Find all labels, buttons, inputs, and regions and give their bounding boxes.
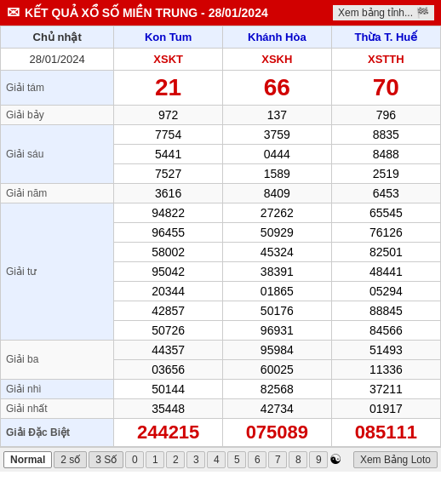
giai-db-label: Giải Đặc Biệt bbox=[1, 418, 114, 446]
flag-icon: 🏁 bbox=[416, 7, 429, 19]
giai-nhat-label: Giải nhất bbox=[1, 398, 114, 418]
giai-bay-v1: 972 bbox=[114, 105, 223, 124]
giai-tu-r1-v2: 27262 bbox=[222, 203, 331, 222]
digit-0-button[interactable]: 0 bbox=[125, 451, 144, 468]
giai-tu-r3-v3: 82501 bbox=[331, 242, 440, 261]
sub2-cell: XSKH bbox=[222, 49, 331, 71]
normal-button[interactable]: Normal bbox=[3, 451, 52, 468]
giai-nam-v3: 6453 bbox=[331, 183, 440, 203]
giai-ba-r1-v3: 51493 bbox=[331, 340, 440, 359]
giai-sau-r1-v1: 7754 bbox=[114, 124, 223, 144]
result-table: Chủ nhật Kon Tum Khánh Hòa Thừa T. Huế 2… bbox=[0, 26, 441, 447]
giai-tu-r6-v2: 50176 bbox=[222, 301, 331, 320]
sub3-cell: XSTTH bbox=[331, 49, 440, 71]
giai-ba-label: Giải ba bbox=[1, 340, 114, 379]
giai-sau-r1-v2: 3759 bbox=[222, 124, 331, 144]
giai-ba-r1-v2: 95984 bbox=[222, 340, 331, 359]
header-title: KẾT QUẢ XỔ SỐ MIỀN TRUNG - 28/01/2024 bbox=[25, 6, 268, 20]
digit-5-button[interactable]: 5 bbox=[227, 451, 246, 468]
xem-bang-loto-button[interactable]: Xem Bảng Loto bbox=[353, 451, 438, 468]
giai-tu-r2-v3: 76126 bbox=[331, 222, 440, 242]
giai-nhi-v2: 82568 bbox=[222, 379, 331, 398]
digit-3-button[interactable]: 3 bbox=[186, 451, 205, 468]
giai-tu-r3-v1: 58002 bbox=[114, 242, 223, 261]
giai-db-v1: 244215 bbox=[114, 418, 223, 446]
digit-4-button[interactable]: 4 bbox=[207, 451, 226, 468]
header-left: ✉ KẾT QUẢ XỔ SỐ MIỀN TRUNG - 28/01/2024 bbox=[7, 3, 268, 22]
digit-7-button[interactable]: 7 bbox=[268, 451, 287, 468]
mail-icon: ✉ bbox=[7, 3, 20, 22]
digit-6-button[interactable]: 6 bbox=[248, 451, 266, 468]
giai-db-v2: 075089 bbox=[222, 418, 331, 446]
giai-tam-v3: 70 bbox=[331, 71, 440, 106]
giai-tu-r6-v1: 42857 bbox=[114, 301, 223, 320]
yin-yang-icon[interactable]: ☯ bbox=[329, 451, 341, 467]
giai-tu-r7-v3: 84566 bbox=[331, 320, 440, 340]
giai-sau-r2-v3: 8488 bbox=[331, 144, 440, 163]
3so-button[interactable]: 3 Số bbox=[89, 451, 123, 468]
giai-tu-r5-v3: 05294 bbox=[331, 281, 440, 301]
giai-nhat-v2: 42734 bbox=[222, 398, 331, 418]
col3-header: Thừa T. Huế bbox=[331, 26, 440, 49]
giai-tam-v2: 66 bbox=[222, 71, 331, 106]
giai-tu-r2-v1: 96455 bbox=[114, 222, 223, 242]
giai-ba-r1-v1: 44357 bbox=[114, 340, 223, 359]
giai-tam-v1: 21 bbox=[114, 71, 223, 106]
giai-tu-r6-v3: 88845 bbox=[331, 301, 440, 320]
giai-sau-r2-v2: 0444 bbox=[222, 144, 331, 163]
col-date-header: Chủ nhật bbox=[1, 26, 114, 49]
view-province-label: Xem bảng tỉnh... bbox=[338, 7, 413, 19]
giai-bay-v3: 796 bbox=[331, 105, 440, 124]
giai-nhi-v1: 50144 bbox=[114, 379, 223, 398]
giai-tu-r4-v1: 95042 bbox=[114, 261, 223, 281]
giai-sau-r1-v3: 8835 bbox=[331, 124, 440, 144]
date-cell: 28/01/2024 bbox=[1, 49, 114, 71]
giai-tu-r7-v1: 50726 bbox=[114, 320, 223, 340]
giai-sau-label: Giải sáu bbox=[1, 124, 114, 183]
giai-bay-label: Giải bảy bbox=[1, 105, 114, 124]
giai-tu-r5-v2: 01865 bbox=[222, 281, 331, 301]
giai-nam-v2: 8409 bbox=[222, 183, 331, 203]
giai-tu-r2-v2: 50929 bbox=[222, 222, 331, 242]
footer-bar: Normal 2 số 3 Số 0 1 2 3 4 5 6 7 8 9 ☯ X… bbox=[0, 447, 441, 472]
giai-sau-r2-v1: 5441 bbox=[114, 144, 223, 163]
digit-9-button[interactable]: 9 bbox=[309, 451, 328, 468]
giai-nhi-v3: 37211 bbox=[331, 379, 440, 398]
giai-db-v3: 085111 bbox=[331, 418, 440, 446]
2so-button[interactable]: 2 số bbox=[54, 451, 87, 468]
giai-ba-r2-v3: 11336 bbox=[331, 359, 440, 379]
giai-sau-r3-v2: 1589 bbox=[222, 163, 331, 183]
giai-tu-r3-v2: 45324 bbox=[222, 242, 331, 261]
giai-nam-v1: 3616 bbox=[114, 183, 223, 203]
giai-tu-r1-v1: 94822 bbox=[114, 203, 223, 222]
digit-1-button[interactable]: 1 bbox=[146, 451, 164, 468]
sub1-cell: XSKT bbox=[114, 49, 223, 71]
giai-sau-r3-v3: 2519 bbox=[331, 163, 440, 183]
header: ✉ KẾT QUẢ XỔ SỐ MIỀN TRUNG - 28/01/2024 … bbox=[0, 0, 441, 26]
giai-tu-r4-v3: 48441 bbox=[331, 261, 440, 281]
giai-ba-r2-v1: 03656 bbox=[114, 359, 223, 379]
giai-sau-r3-v1: 7527 bbox=[114, 163, 223, 183]
giai-nhat-v1: 35448 bbox=[114, 398, 223, 418]
giai-tu-r7-v2: 96931 bbox=[222, 320, 331, 340]
digit-2-button[interactable]: 2 bbox=[166, 451, 185, 468]
col2-header: Khánh Hòa bbox=[222, 26, 331, 49]
digit-8-button[interactable]: 8 bbox=[289, 451, 307, 468]
giai-bay-v2: 137 bbox=[222, 105, 331, 124]
giai-nam-label: Giải năm bbox=[1, 183, 114, 203]
giai-nhat-v3: 01917 bbox=[331, 398, 440, 418]
giai-tam-label: Giải tám bbox=[1, 71, 114, 106]
col1-header: Kon Tum bbox=[114, 26, 223, 49]
giai-tu-r1-v3: 65545 bbox=[331, 203, 440, 222]
giai-ba-r2-v2: 60025 bbox=[222, 359, 331, 379]
giai-tu-label: Giải tư bbox=[1, 203, 114, 340]
view-province-button[interactable]: Xem bảng tỉnh... 🏁 bbox=[333, 5, 434, 20]
giai-nhi-label: Giải nhì bbox=[1, 379, 114, 398]
giai-tu-r4-v2: 38391 bbox=[222, 261, 331, 281]
giai-tu-r5-v1: 20344 bbox=[114, 281, 223, 301]
